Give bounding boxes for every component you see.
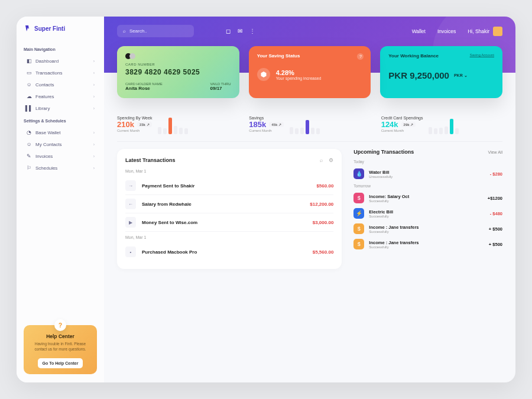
help-center-card: ? Help Center Having trouble in Finti. P… <box>24 325 97 374</box>
nav-icon: ☺ <box>26 82 32 87</box>
search-tx-icon[interactable]: ⌕ <box>320 157 323 163</box>
tx-row[interactable]: ▶Money Sent to Wise.com$3,000.00 <box>125 213 333 232</box>
view-all-link[interactable]: View All <box>488 150 502 154</box>
tx-row[interactable]: ←Salary from Redwhale$12,200.00 <box>125 195 333 213</box>
nav-label: Dashboard <box>35 59 59 64</box>
tx-icon: ▶ <box>125 217 136 228</box>
bar <box>439 128 443 134</box>
help-icon: ? <box>54 319 66 331</box>
sidebar-item-transactions[interactable]: ▭Transactions› <box>24 67 97 79</box>
card-number-label: CARD NUMBER <box>125 63 231 66</box>
chevron-down-icon[interactable]: ⌄ <box>464 73 468 77</box>
bar <box>311 128 314 134</box>
sidebar-item-base-wallet[interactable]: ◔Base Wallet› <box>24 126 97 138</box>
bar <box>163 128 167 134</box>
balance-title: Your Working Balance <box>388 53 439 59</box>
upcoming-date: Today <box>353 160 502 164</box>
filter-icon[interactable]: ⚙ <box>329 157 333 163</box>
sidebar-item-contacts[interactable]: ☺Contacts› <box>24 79 97 90</box>
upcoming-icon: ⚡ <box>353 208 364 219</box>
tx-icon: → <box>125 180 136 191</box>
chevron-right-icon: › <box>93 59 95 63</box>
tx-icon: ← <box>125 199 136 209</box>
nav-label: Contacts <box>35 82 54 87</box>
upcoming-name: Income : Jane transfers <box>369 240 419 245</box>
sidebar-item-schedules[interactable]: ⚐Schedules› <box>24 162 97 174</box>
upcoming-amount: + $500 <box>489 242 502 247</box>
upcoming-transactions-panel: Upcoming Transactions View All Today💧Wat… <box>353 149 502 269</box>
saving-status-card[interactable]: ? Your Saving Status 4.28% Your spending… <box>249 46 371 98</box>
working-balance-card[interactable]: Your Working Balance Saving Account PKR … <box>380 46 502 98</box>
sidebar-item-dashboard[interactable]: ◧Dashboard› <box>24 55 97 67</box>
bar <box>158 127 161 134</box>
tx-amount: $560.00 <box>316 183 333 189</box>
stat-chart <box>429 114 459 134</box>
info-icon[interactable]: ? <box>357 53 364 60</box>
tx-name: Purchased Macbook Pro <box>142 249 197 255</box>
more-icon[interactable]: ⋮ <box>249 28 255 34</box>
upcoming-row[interactable]: 💧Water BillUnsuccessfully- $280 <box>353 166 502 181</box>
brand[interactable]: Super Finti <box>24 25 97 32</box>
upcoming-row[interactable]: $Income : Jane transfersSuccessfully+ $5… <box>353 236 502 252</box>
bar <box>300 128 304 134</box>
saving-account-link[interactable]: Saving Account <box>470 53 494 57</box>
upcoming-row[interactable]: ⚡Electric BillSuccessfully- $480 <box>353 206 502 221</box>
tx-amount: $3,000.00 <box>313 220 334 225</box>
sidebar-item-library[interactable]: ▌▌Library› <box>24 102 97 114</box>
stat-chart <box>290 114 320 134</box>
mail-icon[interactable]: ✉ <box>238 28 242 34</box>
tx-date: Mon, Mar 1 <box>125 235 333 239</box>
bar <box>184 128 188 134</box>
credit-card[interactable]: CARD NUMBER 3829 4820 4629 5025 CARD HOL… <box>117 46 239 98</box>
nav-wallet[interactable]: Wallet <box>412 28 426 34</box>
user-greeting[interactable]: Hi, Shakir <box>468 27 502 36</box>
upcoming-icon: $ <box>353 193 364 203</box>
upcoming-amount: + $500 <box>489 226 502 232</box>
chevron-right-icon: › <box>93 142 95 147</box>
stat-2: Credit Card Spendings124k29k ↗Current Mo… <box>381 114 502 134</box>
bar <box>295 128 299 134</box>
bar <box>450 119 453 134</box>
brand-logo-icon <box>24 25 31 32</box>
stat-value: 124k29k ↗ <box>381 120 423 129</box>
nav-icon: ◔ <box>26 129 32 135</box>
upcoming-name: Income: Salary Oct <box>369 194 409 199</box>
stat-title: Spending By Week <box>117 116 152 120</box>
chevron-right-icon: › <box>93 71 95 75</box>
upcoming-amount: +$1200 <box>488 196 502 201</box>
search-icon: ⌕ <box>123 28 126 34</box>
upcoming-sub: Successfully <box>369 245 419 249</box>
stats-row: Spending By Week210k23k ↗Current MonthSa… <box>117 114 502 142</box>
stat-value: 210k23k ↗ <box>117 120 152 129</box>
sidebar-item-my-contacts[interactable]: ☺My Contacts› <box>24 138 97 150</box>
nav-invoices[interactable]: Invoices <box>437 28 456 34</box>
bar <box>290 127 293 134</box>
note-icon[interactable]: ◻ <box>226 28 231 34</box>
brand-text: Super Finti <box>34 25 65 32</box>
tx-row[interactable]: •Purchased Macbook Pro$5,560.00 <box>125 243 333 261</box>
bar <box>179 128 183 134</box>
tx-amount: $12,200.00 <box>310 202 333 207</box>
saving-sub: Your spending increased <box>276 76 322 80</box>
search-placeholder: Search.. <box>129 28 147 34</box>
help-center-button[interactable]: Go To Help Center <box>38 358 83 368</box>
search-input[interactable]: ⌕ Search.. <box>117 25 194 37</box>
balance-amount: PKR 9,250,000 <box>388 70 449 80</box>
stat-sub: Current Month <box>117 129 152 132</box>
saving-pct: 4.28% <box>276 69 322 76</box>
sidebar-item-features[interactable]: ☁Features› <box>24 90 97 102</box>
bar <box>445 126 448 134</box>
upcoming-row[interactable]: $Income : Jane transfersSuccessfully+ $5… <box>353 221 502 236</box>
tx-name: Payment Sent to Shakir <box>142 183 194 189</box>
tx-row[interactable]: →Payment Sent to Shakir$560.00 <box>125 177 333 195</box>
nav-label: Schedules <box>35 166 57 171</box>
stat-title: Savings <box>249 116 284 120</box>
nav-label: Invoices <box>35 154 53 159</box>
tx-title: Latest Transactions <box>125 157 176 163</box>
upcoming-row[interactable]: $Income: Salary OctSuccessfully+$1200 <box>353 190 502 206</box>
sidebar-item-invoices[interactable]: ✎Invoices› <box>24 150 97 162</box>
stat-sub: Current Month <box>249 129 284 132</box>
bar <box>168 118 172 134</box>
bar <box>174 126 177 134</box>
upcoming-date: Tomorrow <box>353 184 502 188</box>
